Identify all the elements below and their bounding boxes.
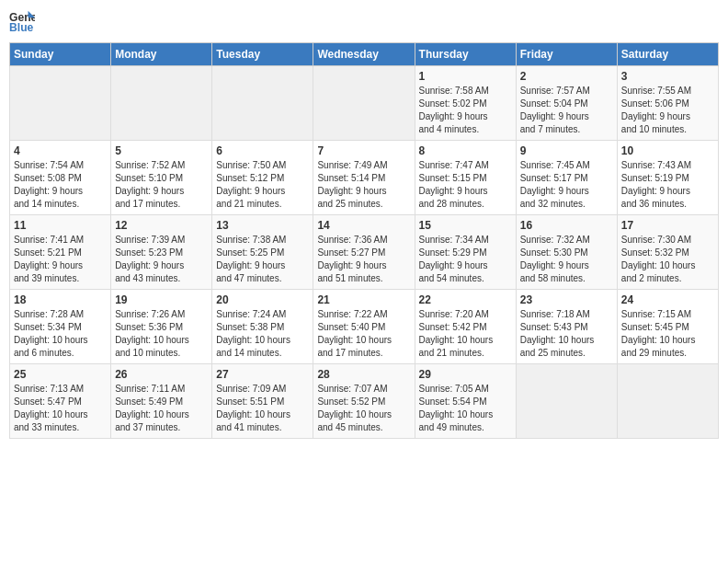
header-cell-sunday: Sunday xyxy=(10,43,111,66)
day-info: Sunrise: 7:38 AM Sunset: 5:25 PM Dayligh… xyxy=(216,234,309,285)
day-number: 20 xyxy=(216,293,309,306)
day-number: 2 xyxy=(520,70,613,83)
day-number: 19 xyxy=(115,293,208,306)
header-cell-saturday: Saturday xyxy=(617,43,718,66)
day-cell: 5Sunrise: 7:52 AM Sunset: 5:10 PM Daylig… xyxy=(111,141,212,215)
day-cell: 9Sunrise: 7:45 AM Sunset: 5:17 PM Daylig… xyxy=(516,141,617,215)
day-number: 1 xyxy=(419,70,512,83)
day-number: 13 xyxy=(216,219,309,232)
week-row-4: 18Sunrise: 7:28 AM Sunset: 5:34 PM Dayli… xyxy=(10,290,719,364)
logo-icon: General Blue xyxy=(9,9,35,35)
day-info: Sunrise: 7:58 AM Sunset: 5:02 PM Dayligh… xyxy=(419,85,512,136)
day-number: 5 xyxy=(115,144,208,157)
week-row-5: 25Sunrise: 7:13 AM Sunset: 5:47 PM Dayli… xyxy=(10,364,719,439)
day-number: 23 xyxy=(520,293,613,306)
day-cell: 7Sunrise: 7:49 AM Sunset: 5:14 PM Daylig… xyxy=(313,141,415,215)
day-cell: 6Sunrise: 7:50 AM Sunset: 5:12 PM Daylig… xyxy=(212,141,313,215)
day-info: Sunrise: 7:13 AM Sunset: 5:47 PM Dayligh… xyxy=(14,383,107,434)
day-cell: 15Sunrise: 7:34 AM Sunset: 5:29 PM Dayli… xyxy=(415,215,516,290)
day-number: 8 xyxy=(419,144,512,157)
day-number: 11 xyxy=(14,219,107,232)
day-number: 15 xyxy=(419,219,512,232)
logo: General Blue xyxy=(9,9,37,35)
day-cell: 22Sunrise: 7:20 AM Sunset: 5:42 PM Dayli… xyxy=(415,290,516,364)
day-cell: 16Sunrise: 7:32 AM Sunset: 5:30 PM Dayli… xyxy=(516,215,617,290)
day-info: Sunrise: 7:55 AM Sunset: 5:06 PM Dayligh… xyxy=(621,85,714,136)
day-info: Sunrise: 7:26 AM Sunset: 5:36 PM Dayligh… xyxy=(115,308,208,360)
day-info: Sunrise: 7:45 AM Sunset: 5:17 PM Dayligh… xyxy=(520,159,613,211)
day-number: 27 xyxy=(216,368,309,381)
day-cell: 24Sunrise: 7:15 AM Sunset: 5:45 PM Dayli… xyxy=(617,290,718,364)
day-cell: 13Sunrise: 7:38 AM Sunset: 5:25 PM Dayli… xyxy=(212,215,313,290)
day-number: 29 xyxy=(419,368,512,381)
week-row-1: 1Sunrise: 7:58 AM Sunset: 5:02 PM Daylig… xyxy=(10,66,719,141)
day-cell: 28Sunrise: 7:07 AM Sunset: 5:52 PM Dayli… xyxy=(313,364,415,439)
day-cell: 23Sunrise: 7:18 AM Sunset: 5:43 PM Dayli… xyxy=(516,290,617,364)
day-info: Sunrise: 7:41 AM Sunset: 5:21 PM Dayligh… xyxy=(14,234,107,285)
day-number: 7 xyxy=(317,144,410,157)
day-number: 17 xyxy=(621,219,714,232)
day-info: Sunrise: 7:57 AM Sunset: 5:04 PM Dayligh… xyxy=(520,85,613,136)
day-number: 10 xyxy=(621,144,714,157)
day-number: 22 xyxy=(419,293,512,306)
day-number: 3 xyxy=(621,70,714,83)
day-info: Sunrise: 7:34 AM Sunset: 5:29 PM Dayligh… xyxy=(419,234,512,285)
day-cell: 3Sunrise: 7:55 AM Sunset: 5:06 PM Daylig… xyxy=(617,66,718,141)
header-cell-thursday: Thursday xyxy=(415,43,516,66)
day-cell: 12Sunrise: 7:39 AM Sunset: 5:23 PM Dayli… xyxy=(111,215,212,290)
day-cell: 4Sunrise: 7:54 AM Sunset: 5:08 PM Daylig… xyxy=(10,141,111,215)
day-info: Sunrise: 7:43 AM Sunset: 5:19 PM Dayligh… xyxy=(621,159,714,211)
day-cell xyxy=(516,364,617,439)
day-info: Sunrise: 7:18 AM Sunset: 5:43 PM Dayligh… xyxy=(520,308,613,360)
day-number: 12 xyxy=(115,219,208,232)
day-cell: 19Sunrise: 7:26 AM Sunset: 5:36 PM Dayli… xyxy=(111,290,212,364)
day-cell: 21Sunrise: 7:22 AM Sunset: 5:40 PM Dayli… xyxy=(313,290,415,364)
day-info: Sunrise: 7:50 AM Sunset: 5:12 PM Dayligh… xyxy=(216,159,309,211)
calendar-table: SundayMondayTuesdayWednesdayThursdayFrid… xyxy=(9,42,719,439)
svg-text:Blue: Blue xyxy=(9,21,34,34)
day-info: Sunrise: 7:24 AM Sunset: 5:38 PM Dayligh… xyxy=(216,308,309,360)
day-cell: 29Sunrise: 7:05 AM Sunset: 5:54 PM Dayli… xyxy=(415,364,516,439)
day-info: Sunrise: 7:07 AM Sunset: 5:52 PM Dayligh… xyxy=(317,383,410,434)
day-info: Sunrise: 7:47 AM Sunset: 5:15 PM Dayligh… xyxy=(419,159,512,211)
day-number: 16 xyxy=(520,219,613,232)
header-cell-tuesday: Tuesday xyxy=(212,43,313,66)
day-number: 14 xyxy=(317,219,410,232)
day-cell xyxy=(111,66,212,141)
day-info: Sunrise: 7:52 AM Sunset: 5:10 PM Dayligh… xyxy=(115,159,208,211)
day-info: Sunrise: 7:22 AM Sunset: 5:40 PM Dayligh… xyxy=(317,308,410,360)
page-header: General Blue xyxy=(9,9,719,35)
day-cell: 25Sunrise: 7:13 AM Sunset: 5:47 PM Dayli… xyxy=(10,364,111,439)
day-number: 24 xyxy=(621,293,714,306)
week-row-3: 11Sunrise: 7:41 AM Sunset: 5:21 PM Dayli… xyxy=(10,215,719,290)
day-cell: 17Sunrise: 7:30 AM Sunset: 5:32 PM Dayli… xyxy=(617,215,718,290)
day-info: Sunrise: 7:36 AM Sunset: 5:27 PM Dayligh… xyxy=(317,234,410,285)
day-info: Sunrise: 7:54 AM Sunset: 5:08 PM Dayligh… xyxy=(14,159,107,211)
day-cell: 18Sunrise: 7:28 AM Sunset: 5:34 PM Dayli… xyxy=(10,290,111,364)
day-cell: 14Sunrise: 7:36 AM Sunset: 5:27 PM Dayli… xyxy=(313,215,415,290)
day-info: Sunrise: 7:09 AM Sunset: 5:51 PM Dayligh… xyxy=(216,383,309,434)
day-info: Sunrise: 7:28 AM Sunset: 5:34 PM Dayligh… xyxy=(14,308,107,360)
day-info: Sunrise: 7:32 AM Sunset: 5:30 PM Dayligh… xyxy=(520,234,613,285)
day-number: 26 xyxy=(115,368,208,381)
header-cell-friday: Friday xyxy=(516,43,617,66)
day-cell: 2Sunrise: 7:57 AM Sunset: 5:04 PM Daylig… xyxy=(516,66,617,141)
week-row-2: 4Sunrise: 7:54 AM Sunset: 5:08 PM Daylig… xyxy=(10,141,719,215)
day-cell xyxy=(212,66,313,141)
day-cell: 27Sunrise: 7:09 AM Sunset: 5:51 PM Dayli… xyxy=(212,364,313,439)
day-cell: 26Sunrise: 7:11 AM Sunset: 5:49 PM Dayli… xyxy=(111,364,212,439)
day-cell: 8Sunrise: 7:47 AM Sunset: 5:15 PM Daylig… xyxy=(415,141,516,215)
day-number: 28 xyxy=(317,368,410,381)
day-number: 6 xyxy=(216,144,309,157)
day-info: Sunrise: 7:30 AM Sunset: 5:32 PM Dayligh… xyxy=(621,234,714,285)
day-info: Sunrise: 7:05 AM Sunset: 5:54 PM Dayligh… xyxy=(419,383,512,434)
day-cell: 11Sunrise: 7:41 AM Sunset: 5:21 PM Dayli… xyxy=(10,215,111,290)
day-info: Sunrise: 7:49 AM Sunset: 5:14 PM Dayligh… xyxy=(317,159,410,211)
day-number: 9 xyxy=(520,144,613,157)
day-number: 18 xyxy=(14,293,107,306)
day-info: Sunrise: 7:39 AM Sunset: 5:23 PM Dayligh… xyxy=(115,234,208,285)
day-cell: 10Sunrise: 7:43 AM Sunset: 5:19 PM Dayli… xyxy=(617,141,718,215)
day-info: Sunrise: 7:20 AM Sunset: 5:42 PM Dayligh… xyxy=(419,308,512,360)
day-info: Sunrise: 7:11 AM Sunset: 5:49 PM Dayligh… xyxy=(115,383,208,434)
header-cell-monday: Monday xyxy=(111,43,212,66)
